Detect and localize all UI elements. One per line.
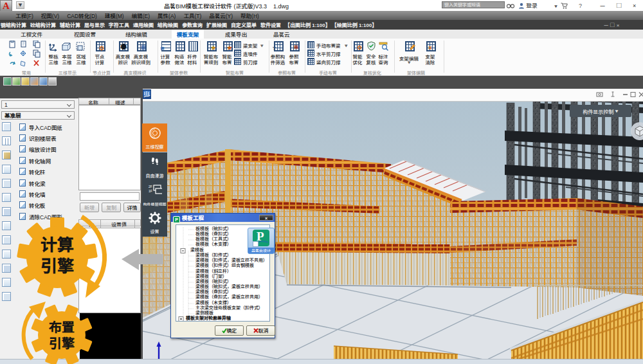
svg-text:计算: 计算	[41, 232, 74, 255]
svg-text:引擎: 引擎	[49, 333, 75, 352]
svg-text:引擎: 引擎	[41, 253, 75, 277]
